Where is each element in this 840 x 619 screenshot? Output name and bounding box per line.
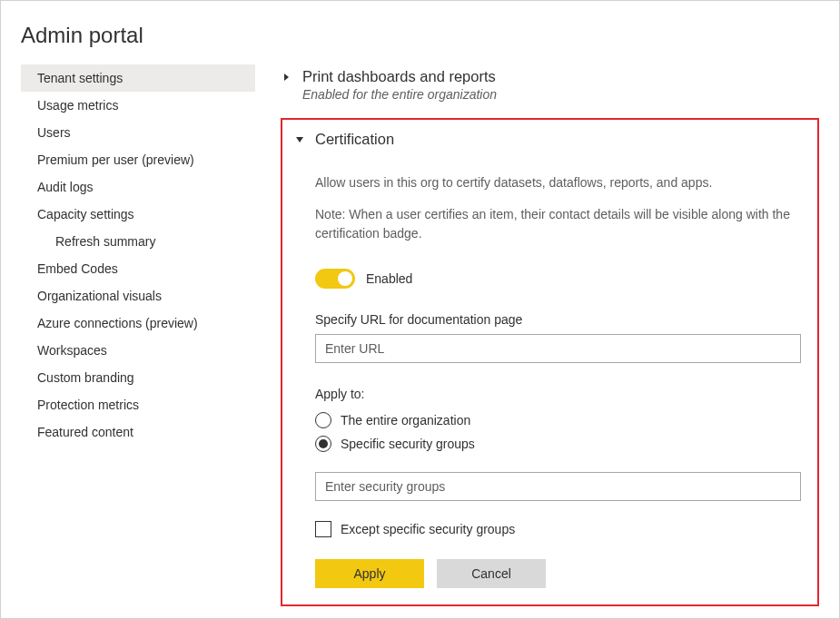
setting-status: Enabled for the entire organization (302, 87, 497, 102)
sidebar: Tenant settings Usage metrics Users Prem… (21, 64, 255, 606)
setting-title: Certification (315, 131, 394, 148)
checkbox-label: Except specific security groups (341, 522, 515, 536)
certification-description: Allow users in this org to certify datas… (315, 173, 801, 192)
radio-icon (315, 436, 331, 452)
sidebar-item-usage-metrics[interactable]: Usage metrics (21, 92, 255, 119)
except-checkbox-row[interactable]: Except specific security groups (315, 521, 801, 537)
caret-down-icon (293, 133, 306, 146)
radio-specific-security-groups[interactable]: Specific security groups (315, 432, 801, 456)
sidebar-item-users[interactable]: Users (21, 119, 255, 146)
main-content: Print dashboards and reports Enabled for… (255, 64, 819, 606)
certification-section: Certification Allow users in this org to… (281, 118, 819, 606)
radio-entire-organization[interactable]: The entire organization (315, 408, 801, 432)
sidebar-item-featured-content[interactable]: Featured content (21, 418, 255, 446)
sidebar-item-premium-per-user[interactable]: Premium per user (preview) (21, 146, 255, 173)
sidebar-item-custom-branding[interactable]: Custom branding (21, 364, 255, 391)
toggle-label: Enabled (366, 271, 412, 286)
page-title: Admin portal (1, 1, 839, 64)
enabled-toggle[interactable] (315, 269, 355, 289)
apply-to-label: Apply to: (315, 387, 801, 401)
sidebar-item-tenant-settings[interactable]: Tenant settings (21, 64, 255, 92)
sidebar-item-azure-connections[interactable]: Azure connections (preview) (21, 310, 255, 337)
sidebar-item-workspaces[interactable]: Workspaces (21, 337, 255, 364)
checkbox-icon (315, 521, 331, 537)
apply-button[interactable]: Apply (315, 559, 424, 588)
url-field-label: Specify URL for documentation page (315, 312, 801, 327)
certification-note: Note: When a user certifies an item, the… (315, 205, 801, 243)
sidebar-item-organizational-visuals[interactable]: Organizational visuals (21, 282, 255, 310)
sidebar-item-protection-metrics[interactable]: Protection metrics (21, 391, 255, 418)
radio-icon (315, 412, 331, 428)
radio-label: The entire organization (341, 413, 470, 427)
sidebar-item-capacity-settings[interactable]: Capacity settings (21, 201, 255, 228)
security-groups-input[interactable] (315, 472, 801, 501)
sidebar-item-audit-logs[interactable]: Audit logs (21, 173, 255, 201)
cancel-button[interactable]: Cancel (437, 559, 546, 588)
sidebar-item-embed-codes[interactable]: Embed Codes (21, 255, 255, 282)
radio-label: Specific security groups (341, 437, 475, 451)
toggle-knob (338, 271, 352, 286)
documentation-url-input[interactable] (315, 334, 801, 363)
setting-certification-header[interactable]: Certification (293, 131, 801, 148)
setting-print-dashboards[interactable]: Print dashboards and reports Enabled for… (281, 64, 819, 105)
sidebar-item-refresh-summary[interactable]: Refresh summary (21, 228, 255, 255)
setting-title: Print dashboards and reports (302, 68, 497, 85)
caret-right-icon (281, 71, 293, 84)
